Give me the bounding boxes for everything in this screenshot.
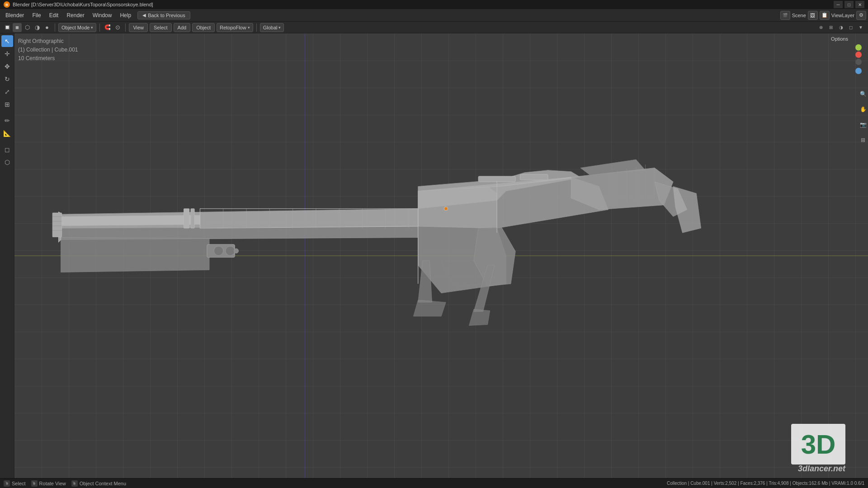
transform-label: Global bbox=[263, 25, 278, 30]
header-options-icon[interactable]: ⚙ bbox=[856, 11, 866, 20]
select-tool-button[interactable]: ↖ bbox=[1, 35, 13, 47]
back-arrow-icon: ◀ bbox=[142, 13, 146, 18]
rotate-icon: 🖱 bbox=[31, 480, 38, 487]
scale-tool-button[interactable]: ⤢ bbox=[1, 86, 13, 98]
menu-window[interactable]: Window bbox=[89, 11, 116, 19]
scene-icon-btn[interactable]: 🎬 bbox=[780, 11, 790, 20]
menu-render[interactable]: Render bbox=[63, 11, 88, 19]
snap-icon[interactable]: 🧲 bbox=[103, 23, 112, 32]
back-to-previous-button[interactable]: ◀ Back to Previous bbox=[137, 11, 190, 19]
svg-rect-27 bbox=[191, 209, 194, 228]
viewport-render-icon[interactable]: ● bbox=[42, 23, 52, 32]
annotate-tool-button[interactable]: ✏ bbox=[1, 115, 13, 127]
blender-icon: B bbox=[4, 1, 10, 8]
status-bar-right: Collection | Cube.001 | Verts:2,502 | Fa… bbox=[667, 481, 864, 486]
title-bar-left: B Blender [D:\Server3D\Uchoba\KursTopora… bbox=[4, 1, 153, 8]
view-menu[interactable]: View bbox=[129, 23, 148, 32]
rotate-tool-button[interactable]: ↻ bbox=[1, 73, 13, 85]
svg-rect-20 bbox=[520, 174, 548, 180]
right-toolbar-icons: ⊕ ⊞ ◑ ◻ ▼ bbox=[816, 23, 865, 32]
separator-3 bbox=[125, 23, 126, 32]
close-button[interactable]: ✕ bbox=[855, 1, 864, 8]
add-cube-button[interactable]: ◻ bbox=[1, 144, 13, 155]
viewport-wireframe-icon[interactable]: ⬡ bbox=[23, 23, 32, 32]
menu-help[interactable]: Help bbox=[116, 11, 135, 19]
svg-point-11 bbox=[226, 246, 235, 256]
snap-icons: 🧲 ⊙ bbox=[103, 23, 122, 32]
status-bar-left: 🖱 Select 🖱 Rotate View 🖱 Object Context … bbox=[4, 480, 663, 487]
retopoflow-menu[interactable]: RetopoFlow bbox=[217, 23, 253, 32]
object-menu[interactable]: Object bbox=[192, 23, 215, 32]
watermark-text: 3D bbox=[801, 429, 836, 460]
svg-point-12 bbox=[234, 249, 238, 253]
retopoflow-label: RetopoFlow bbox=[220, 25, 246, 30]
header-right: 🎬 Scene 🖼 📋 ViewLayer ⚙ bbox=[780, 11, 866, 20]
cursor-tool-button[interactable]: ✛ bbox=[1, 48, 13, 60]
watermark-3d: 3D bbox=[791, 424, 845, 465]
viewport-shading-icon[interactable]: 🔲 bbox=[3, 23, 12, 32]
viewport-solid-icon[interactable]: ■ bbox=[13, 23, 22, 32]
view-layer-label: ViewLayer bbox=[831, 13, 854, 18]
rotate-view-label: Rotate View bbox=[39, 481, 66, 486]
measure-tool-button[interactable]: 📐 bbox=[1, 127, 13, 139]
scene-label: Scene bbox=[792, 13, 806, 18]
stats-label: Collection | Cube.001 | Verts:2,502 | Fa… bbox=[667, 481, 864, 486]
add-menu[interactable]: Add bbox=[174, 23, 191, 32]
object-mode-label: Object Mode bbox=[61, 25, 90, 30]
transform-tool-button[interactable]: ⊞ bbox=[1, 99, 13, 110]
select-status-label: Select bbox=[12, 481, 26, 486]
maximize-button[interactable]: □ bbox=[844, 1, 854, 8]
pivot-point-icon[interactable]: ⊕ bbox=[816, 23, 826, 32]
select-menu[interactable]: Select bbox=[150, 23, 172, 32]
status-rotate-item: 🖱 Rotate View bbox=[31, 480, 66, 487]
toolbar: 🔲 ■ ⬡ ◑ ● Object Mode 🧲 ⊙ View Select Ad… bbox=[0, 22, 868, 33]
window-title: Blender [D:\Server3D\Uchoba\KursTopora\S… bbox=[13, 2, 153, 7]
proportional-edit-icon[interactable]: ⊙ bbox=[113, 23, 122, 32]
move-tool-button[interactable]: ✥ bbox=[1, 61, 13, 72]
separator-1 bbox=[55, 23, 55, 32]
title-bar: B Blender [D:\Server3D\Uchoba\KursTopora… bbox=[0, 0, 868, 9]
context-menu-icon: 🖱 bbox=[71, 480, 78, 487]
overlay-icon[interactable]: ◑ bbox=[836, 23, 845, 32]
watermark-url: 3dlancer.net bbox=[798, 464, 845, 474]
select-icon: 🖱 bbox=[4, 480, 10, 487]
separator-4 bbox=[256, 23, 257, 32]
separator-2 bbox=[99, 23, 100, 32]
mode-icons: 🔲 ■ ⬡ ◑ ● bbox=[3, 23, 52, 32]
status-bar: 🖱 Select 🖱 Rotate View 🖱 Object Context … bbox=[0, 478, 868, 488]
shading-dropdown-icon[interactable]: ▼ bbox=[856, 23, 865, 32]
weapon-model-svg bbox=[14, 33, 868, 478]
main-viewport[interactable]: Right Orthographic (1) Collection | Cube… bbox=[14, 33, 868, 478]
extrude-button[interactable]: ⬡ bbox=[1, 156, 13, 168]
minimize-button[interactable]: ─ bbox=[834, 1, 843, 8]
menu-bar: Blender File Edit Render Window Help ◀ B… bbox=[0, 9, 868, 22]
transform-orientation-dropdown[interactable]: Global bbox=[260, 23, 284, 32]
svg-point-28 bbox=[444, 207, 448, 211]
status-context-item: 🖱 Object Context Menu bbox=[71, 480, 126, 487]
back-to-previous-label: Back to Previous bbox=[148, 13, 185, 18]
menu-blender[interactable]: Blender bbox=[2, 11, 28, 19]
svg-rect-26 bbox=[184, 209, 189, 228]
context-menu-label: Object Context Menu bbox=[80, 481, 126, 486]
svg-point-10 bbox=[214, 246, 223, 256]
object-mode-dropdown[interactable]: Object Mode bbox=[58, 23, 96, 32]
snapping-icon[interactable]: ⊞ bbox=[826, 23, 835, 32]
menu-file[interactable]: File bbox=[28, 11, 44, 19]
render-icon[interactable]: 🖼 bbox=[808, 11, 818, 20]
status-select-item: 🖱 Select bbox=[4, 480, 26, 487]
viewport-material-icon[interactable]: ◑ bbox=[33, 23, 42, 32]
left-tools-panel: ↖ ✛ ✥ ↻ ⤢ ⊞ ✏ 📐 ◻ ⬡ bbox=[0, 33, 14, 478]
view-layer-icon[interactable]: 📋 bbox=[820, 11, 830, 20]
title-bar-controls: ─ □ ✕ bbox=[834, 1, 864, 8]
xray-icon[interactable]: ◻ bbox=[846, 23, 855, 32]
viewport-container: ↖ ✛ ✥ ↻ ⤢ ⊞ ✏ 📐 ◻ ⬡ Right Orthographic (… bbox=[0, 33, 868, 478]
menu-edit[interactable]: Edit bbox=[46, 11, 62, 19]
